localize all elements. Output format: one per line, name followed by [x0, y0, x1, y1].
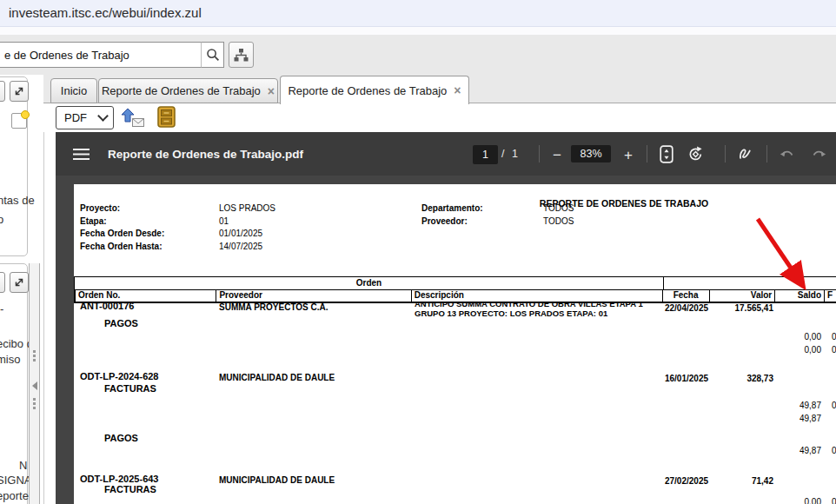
- splitter-grip: [33, 350, 36, 353]
- descripcion-line: ANTICIPO SUMMA CONTRATO DE OBRA VILLAS E…: [415, 299, 668, 308]
- report-title: REPORTE DE ORDENES DE TRABAJO: [450, 198, 798, 209]
- tab-label: Reporte de Ordenes de Trabajo: [288, 84, 447, 97]
- filter-label: Fecha Orden Desde:: [80, 229, 164, 238]
- cell-orden-no: ODT-LP-2024-628: [80, 371, 158, 381]
- tab-label: Inicio: [61, 84, 87, 97]
- filter-value: 14/07/2025: [219, 242, 262, 251]
- table-row: PAGOS: [74, 433, 836, 445]
- redo-icon: [811, 148, 826, 160]
- splitter-grip: [33, 407, 36, 409]
- browser-gap-strip: [0, 27, 836, 35]
- table-row: ODT-LP-2024-628MUNICIPALIDAD DE DAULE16/…: [74, 369, 836, 381]
- page-number-input[interactable]: [473, 145, 498, 164]
- fit-to-page-button[interactable]: [657, 144, 676, 163]
- cell-saldo: 49,87: [776, 401, 821, 410]
- table-row: 49,87: [74, 414, 836, 426]
- browser-url-bar: investeam.itsc.ec/webui/index.zul: [0, 0, 836, 27]
- rotate-icon: [687, 145, 705, 163]
- menu-tree-button[interactable]: [229, 42, 254, 68]
- cell-next-column-partial: 0: [832, 497, 836, 504]
- cell-orden-no: ODT-LP-2025-643: [80, 474, 158, 484]
- archive-report-button[interactable]: [157, 106, 176, 130]
- url-text: investeam.itsc.ec/webui/index.zul: [9, 5, 202, 20]
- sitemap-icon: [233, 48, 249, 63]
- sidebar-expand-button[interactable]: [10, 81, 29, 102]
- sidebar-button-stub-2[interactable]: [0, 272, 5, 293]
- layout-splitter[interactable]: [29, 263, 40, 504]
- sidebar-expand-button-2[interactable]: [10, 272, 29, 293]
- hamburger-icon: [73, 148, 90, 161]
- table-group-header-row: Orden: [74, 276, 836, 289]
- cell-section-label: PAGOS: [104, 433, 138, 443]
- report-controls: PDF: [43, 103, 836, 132]
- sidebar-panel-top: [0, 76, 28, 256]
- table-row: 0,000: [74, 332, 836, 344]
- cell-next-column-partial: 0: [832, 345, 836, 355]
- rotate-button[interactable]: [685, 144, 706, 163]
- cell-saldo: 0,00: [776, 345, 821, 355]
- cell-section-label: FACTURAS: [104, 484, 156, 494]
- sidebar-menu-item-fragment[interactable]: o: [0, 213, 3, 226]
- tab-label: Reporte de Ordenes de Trabajo: [102, 84, 261, 97]
- pdf-menu-button[interactable]: [71, 147, 90, 161]
- filter-label: Proyecto:: [80, 203, 120, 213]
- send-mail-icon: [120, 108, 145, 128]
- cell-next-column-partial: 0: [832, 446, 836, 455]
- table-row: 49,870: [74, 401, 836, 413]
- cell-valor: 328,73: [710, 374, 773, 383]
- sidebar-menu-item-fragment[interactable]: eporte: [0, 489, 29, 502]
- cell-saldo: 49,87: [776, 414, 821, 423]
- filter-value: TODOS: [543, 203, 574, 213]
- tab-close-icon[interactable]: ×: [454, 86, 461, 95]
- cell-proveedor: SUMMA PROYECTOS C.A.: [219, 302, 328, 312]
- table-row: 0,000: [74, 497, 836, 504]
- draw-button[interactable]: [735, 144, 756, 163]
- redo-button[interactable]: [808, 146, 829, 162]
- zoom-level: 83%: [571, 145, 611, 162]
- sidebar-menu-item-fragment[interactable]: N: [19, 459, 27, 472]
- tab-reporte-1[interactable]: Reporte de Ordenes de Trabajo ×: [98, 78, 278, 103]
- note-icon[interactable]: [11, 113, 27, 129]
- expand-icon: [14, 277, 24, 288]
- pdf-page: REPORTE DE ORDENES DE TRABAJO Proyecto:L…: [74, 184, 836, 504]
- send-report-button[interactable]: [120, 108, 145, 130]
- filter-value: 01: [219, 216, 229, 226]
- pdf-canvas: REPORTE DE ORDENES DE TRABAJO Proyecto:L…: [56, 176, 836, 504]
- splitter-collapse-arrow-icon[interactable]: [32, 381, 37, 390]
- undo-button[interactable]: [777, 146, 798, 162]
- search-input[interactable]: [0, 42, 202, 68]
- toolbar-separator: [766, 145, 767, 162]
- sidebar-button-stub[interactable]: [0, 81, 5, 102]
- table-row: FACTURAS: [74, 484, 836, 496]
- group-header-orden: Orden: [75, 277, 664, 289]
- filter-value: LOS PRADOS: [219, 203, 275, 213]
- group-header-blank: [664, 277, 836, 289]
- screen: investeam.itsc.ec/webui/index.zul: [0, 0, 836, 504]
- toolbar-separator: [725, 145, 726, 162]
- search-button[interactable]: [201, 42, 224, 68]
- zoom-in-button[interactable]: +: [619, 146, 638, 163]
- format-select[interactable]: PDF: [56, 106, 114, 129]
- pdf-viewer: Reporte de Ordenes de Trabajo.pdf / 1 − …: [56, 132, 836, 504]
- cell-orden-no: ANT-000176: [80, 301, 134, 311]
- cell-saldo: 49,87: [776, 446, 821, 455]
- cell-section-label: FACTURAS: [104, 383, 156, 394]
- sidebar-menu-item-fragment[interactable]: ntas de: [0, 194, 35, 207]
- pdf-toolbar: Reporte de Ordenes de Trabajo.pdf / 1 − …: [56, 132, 836, 176]
- tab-inicio[interactable]: Inicio: [50, 78, 97, 103]
- sidebar-divider: [43, 75, 44, 504]
- cell-next-column-partial: 0: [832, 401, 836, 410]
- descripcion-line: GRUPO 13 PROYECTO: LOS PRADOS ETAPA: 01: [415, 308, 668, 318]
- table-row: FACTURAS: [74, 383, 836, 395]
- table-row: ODT-LP-2025-643MUNICIPALIDAD DE DAULE27/…: [74, 472, 836, 484]
- cell-saldo: 0,00: [776, 332, 821, 342]
- sidebar-menu-item-fragment[interactable]: miso: [0, 353, 20, 366]
- sidebar-menu-item-fragment[interactable]: -: [0, 302, 3, 315]
- tab-close-icon[interactable]: ×: [268, 87, 275, 96]
- cell-fecha: 22/04/2025: [663, 303, 710, 313]
- tab-reporte-2-active[interactable]: Reporte de Ordenes de Trabajo ×: [280, 76, 469, 104]
- filter-label: Etapa:: [80, 216, 107, 226]
- cell-next-column-partial: 0: [832, 332, 836, 342]
- app-toolbar: [0, 35, 836, 75]
- zoom-out-button[interactable]: −: [547, 146, 567, 163]
